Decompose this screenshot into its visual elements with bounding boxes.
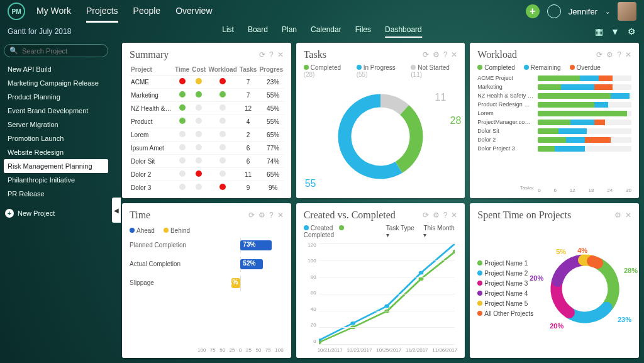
sidebar-item-project[interactable]: PR Release xyxy=(4,187,108,201)
table-row[interactable]: Product455% xyxy=(130,115,284,128)
col-header: Progress xyxy=(258,64,283,75)
nav-overview[interactable]: Overview xyxy=(175,1,212,23)
pct-label: 20% xyxy=(530,274,543,282)
tab-board[interactable]: Board xyxy=(248,25,268,38)
table-row[interactable]: Marketing755% xyxy=(130,89,284,102)
pct-label: 28% xyxy=(624,267,638,274)
help-icon[interactable]: ? xyxy=(443,211,448,220)
grid-view-icon[interactable]: ▦ xyxy=(594,26,604,36)
nav-people[interactable]: People xyxy=(133,1,161,23)
workload-row: Lorem xyxy=(477,110,631,116)
sidebar-item-project[interactable]: New API Build xyxy=(4,62,108,76)
tab-list[interactable]: List xyxy=(222,25,234,38)
gear-icon[interactable]: ⚙ xyxy=(433,211,440,220)
tab-plan[interactable]: Plan xyxy=(282,25,297,38)
table-row[interactable]: ACME723% xyxy=(130,75,284,89)
sidebar-item-project[interactable]: Event Brand Development xyxy=(4,104,108,118)
gear-icon[interactable]: ⚙ xyxy=(258,211,265,220)
dropdown[interactable]: Task Type ▾ xyxy=(386,225,418,238)
table-row[interactable]: Ipsum Amet677% xyxy=(130,142,284,155)
table-row[interactable]: Lorem265% xyxy=(130,128,284,142)
pct-label: 23% xyxy=(618,316,631,323)
donut-value-notstarted: 11 xyxy=(435,92,447,103)
table-row[interactable]: Dolor 399% xyxy=(130,181,284,193)
nav-my-work[interactable]: My Work xyxy=(36,1,71,23)
plus-icon: + xyxy=(5,209,14,218)
donut-value-completed: 28 xyxy=(450,115,462,126)
sidebar-item-project[interactable]: Marketing Campaign Release xyxy=(4,76,108,90)
workload-row: ACME Project xyxy=(477,75,631,81)
col-header: Workload xyxy=(207,64,238,75)
refresh-icon[interactable]: ⟳ xyxy=(259,50,265,59)
legend-item: Created xyxy=(304,225,333,232)
legend-item: Project Name 5 xyxy=(477,300,533,307)
refresh-icon[interactable]: ⟳ xyxy=(423,211,429,220)
legend-item: All Other Projects xyxy=(477,310,533,317)
close-icon[interactable]: ✕ xyxy=(451,211,457,220)
sidebar-item-project[interactable]: Website Redesign xyxy=(4,145,108,159)
help-icon[interactable]: ? xyxy=(269,211,274,220)
tab-dashboard[interactable]: Dashboard xyxy=(385,25,422,38)
close-icon[interactable]: ✕ xyxy=(451,50,457,59)
timer-icon[interactable] xyxy=(547,4,561,18)
chevron-down-icon[interactable]: ⌄ xyxy=(605,8,610,15)
search-box[interactable]: 🔍 xyxy=(4,44,108,57)
search-input[interactable] xyxy=(22,47,103,55)
search-icon: 🔍 xyxy=(9,47,18,55)
breadcrumb: Gantt for July 2018 xyxy=(8,27,71,36)
svg-point-2 xyxy=(384,304,389,308)
card-title: Spent Time on Projects xyxy=(477,209,571,221)
sidebar-item-project[interactable]: Risk Management Planning xyxy=(4,159,108,173)
new-project-label: New Project xyxy=(18,209,55,217)
table-row[interactable]: Dolor 21165% xyxy=(130,168,284,181)
legend-item: Overdue xyxy=(570,64,601,71)
workload-row: Dolor 2 xyxy=(477,137,631,143)
card-title: Time xyxy=(130,209,150,221)
workload-row: ProjectManager.com .. xyxy=(477,119,631,125)
col-header: Time xyxy=(174,64,191,75)
tab-files[interactable]: Files xyxy=(355,25,371,38)
logo[interactable]: PM xyxy=(8,3,25,20)
close-icon[interactable]: ✕ xyxy=(625,50,631,59)
close-icon[interactable]: ✕ xyxy=(625,211,631,220)
gear-icon[interactable]: ⚙ xyxy=(433,50,440,59)
legend-item: Completed xyxy=(477,64,514,71)
refresh-icon[interactable]: ⟳ xyxy=(596,50,602,59)
subbar: Gantt for July 2018 ListBoardPlanCalenda… xyxy=(0,23,644,40)
help-icon[interactable]: ? xyxy=(269,50,274,59)
nav-projects[interactable]: Projects xyxy=(86,1,118,23)
help-icon[interactable]: ? xyxy=(617,50,621,59)
close-icon[interactable]: ✕ xyxy=(277,50,284,59)
view-tabs: ListBoardPlanCalendarFilesDashboard xyxy=(222,25,422,38)
gear-icon[interactable]: ⚙ xyxy=(614,211,621,220)
sidebar-item-project[interactable]: Product Planning xyxy=(4,90,108,104)
refresh-icon[interactable]: ⟳ xyxy=(248,211,255,220)
filter-icon[interactable]: ▼ xyxy=(610,26,620,36)
gear-icon[interactable]: ⚙ xyxy=(626,26,636,36)
donut-value-inprogress: 55 xyxy=(305,178,316,189)
refresh-icon[interactable]: ⟳ xyxy=(423,50,429,59)
workload-row: Marketing xyxy=(477,84,631,90)
workload-axis-label: Tasks: xyxy=(477,185,538,193)
dropdown[interactable]: This Month ▾ xyxy=(423,225,457,238)
pct-label: 5% xyxy=(556,248,566,255)
sidebar-item-project[interactable]: Philanthropic Initiative xyxy=(4,173,108,187)
tasks-donut-chart: 11 28 55 xyxy=(304,81,458,193)
gear-icon[interactable]: ⚙ xyxy=(606,50,613,59)
new-project-button[interactable]: + New Project xyxy=(4,206,108,221)
sidebar-item-project[interactable]: Server Migration xyxy=(4,118,108,131)
close-icon[interactable]: ✕ xyxy=(277,211,284,220)
sidebar-collapse-button[interactable]: ◀ xyxy=(112,198,121,223)
help-icon[interactable]: ? xyxy=(443,50,448,59)
tab-calendar[interactable]: Calendar xyxy=(311,25,341,38)
avatar[interactable] xyxy=(618,2,636,21)
table-row[interactable]: NZ Health & Sa..1245% xyxy=(130,102,284,115)
sidebar-item-project[interactable]: Promotion Launch xyxy=(4,131,108,145)
table-row[interactable]: Dolor Sit674% xyxy=(130,155,284,168)
add-button[interactable]: + xyxy=(526,4,540,18)
card-workload: Workload ⟳⚙?✕ CompletedRemainingOverdue … xyxy=(470,43,639,198)
legend-item: Project Name 1 xyxy=(477,260,533,267)
col-header: Tasks xyxy=(238,64,258,75)
topbar: PM My WorkProjectsPeopleOverview + Jenni… xyxy=(0,0,644,23)
user-name[interactable]: Jennifer xyxy=(569,7,597,16)
